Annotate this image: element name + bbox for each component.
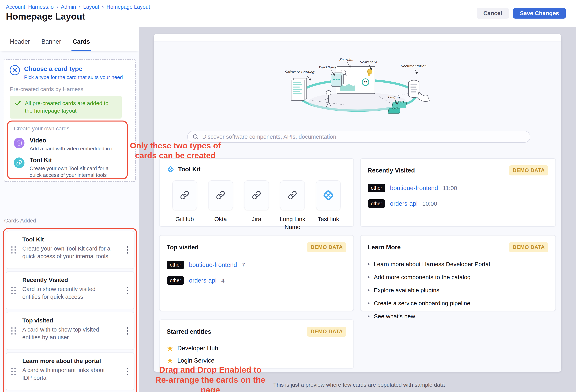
- bullet-icon: [368, 263, 370, 265]
- added-card-recently-visited[interactable]: Recently Visited Card to show recently v…: [6, 271, 135, 309]
- link-icon: [252, 191, 261, 200]
- entity-row: other boutique-frontend 11:00: [368, 184, 548, 192]
- toolkit-link-label: Long Link Name: [275, 215, 310, 231]
- kebab-menu-icon[interactable]: [125, 245, 130, 255]
- svg-text:Search..: Search..: [339, 58, 353, 62]
- toolkit-link-test-link[interactable]: Test link: [310, 181, 346, 231]
- added-card-toolkit[interactable]: Tool Kit Create your own Tool Kit card f…: [6, 231, 135, 269]
- card-title: Starred entities: [167, 328, 211, 335]
- demo-data-badge: DEMO DATA: [307, 242, 346, 252]
- bullet-icon: [368, 289, 370, 291]
- learn-more-text: Learn more about Harness Developer Porta…: [374, 260, 490, 268]
- learn-more-text: See what's new: [374, 312, 415, 320]
- entity-kind-badge: other: [167, 261, 184, 269]
- entity-count: 7: [242, 262, 245, 268]
- success-message-box: All pre-created cards are added to the h…: [10, 96, 122, 119]
- create-own-cards-annotation-box: Create your own cards Video Add a card w…: [7, 121, 128, 180]
- close-icon[interactable]: [9, 65, 20, 75]
- entity-time: 11:00: [443, 185, 457, 191]
- tab-cards[interactable]: Cards: [73, 38, 90, 51]
- card-title: Top visited: [167, 244, 199, 251]
- added-card-learn-more[interactable]: Learn more about the portal A card with …: [6, 353, 135, 391]
- entity-link[interactable]: orders-api: [189, 277, 217, 284]
- drag-handle-icon[interactable]: [11, 327, 16, 335]
- toolkit-link-label: Okta: [214, 215, 227, 223]
- learn-more-item[interactable]: Create a service onboarding pipeline: [368, 299, 548, 307]
- breadcrumb: Account: Harness.io Admin Layout Homepag…: [6, 4, 150, 10]
- preview-footer-note: This is just a preview where few cards a…: [273, 382, 445, 388]
- breadcrumb-account-link[interactable]: Account: Harness.io: [6, 4, 54, 10]
- toolkit-link-label: GitHub: [175, 215, 194, 223]
- preview-topbar: [154, 34, 561, 41]
- entity-link[interactable]: boutique-frontend: [390, 184, 438, 192]
- toolkit-link-jira[interactable]: Jira: [238, 181, 274, 231]
- learn-more-item[interactable]: See what's new: [368, 312, 548, 320]
- toolkit-link-label: Jira: [252, 215, 261, 223]
- entity-link[interactable]: boutique-frontend: [189, 261, 237, 269]
- preview-card-top-visited: Top visited DEMO DATA other boutique-fro…: [159, 235, 354, 311]
- learn-more-item[interactable]: Learn more about Harness Developer Porta…: [368, 260, 548, 268]
- learn-more-item[interactable]: Add more components to the catalog: [368, 273, 548, 281]
- added-card-top-visited[interactable]: Top visited A card with to show top visi…: [6, 312, 135, 350]
- entity-kind-badge: other: [368, 199, 385, 208]
- chooser-subtitle: Pick a type for the card that suits your…: [24, 74, 123, 80]
- learn-more-text: Explore available plugins: [374, 286, 439, 294]
- create-own-cards-label: Create your own cards: [14, 125, 69, 132]
- tabs-row: Header Banner Cards: [0, 27, 139, 51]
- preview-search-bar: [187, 131, 530, 143]
- tab-banner[interactable]: Banner: [41, 38, 61, 51]
- toolkit-link-okta[interactable]: Okta: [202, 181, 238, 231]
- toolkit-link-github[interactable]: GitHub: [167, 181, 202, 231]
- tab-header[interactable]: Header: [10, 38, 30, 51]
- drag-handle-icon[interactable]: [11, 246, 16, 254]
- entity-kind-badge: other: [368, 184, 385, 192]
- save-changes-button[interactable]: Save Changes: [513, 8, 566, 19]
- search-input[interactable]: [202, 134, 525, 140]
- option-desc: Add a card with video embedded in it: [30, 145, 114, 152]
- chevron-right-icon: [57, 4, 58, 10]
- card-title: Tool Kit: [178, 166, 201, 173]
- card-type-chooser-panel: Choose a card type Pick a type for the c…: [4, 59, 136, 182]
- header-actions: Cancel Save Changes: [477, 8, 566, 19]
- cancel-button[interactable]: Cancel: [477, 8, 509, 19]
- option-desc: Create your own Tool Kit card for a quic…: [30, 165, 118, 179]
- drag-handle-icon[interactable]: [11, 287, 16, 294]
- starred-entity-row[interactable]: ★Login Service: [167, 357, 346, 364]
- kebab-menu-icon[interactable]: [125, 366, 130, 377]
- harness-diamond-icon: [167, 165, 174, 173]
- drag-handle-icon[interactable]: [11, 368, 16, 375]
- added-card-title: Recently Visited: [22, 277, 68, 283]
- cards-added-label: Cards Added: [4, 217, 36, 224]
- card-type-option-video[interactable]: Video Add a card with video embedded in …: [14, 137, 114, 152]
- added-card-desc: A card with important links about IDP po…: [22, 366, 115, 382]
- developer-portal-illustration: 75 Software Catalog Wo: [281, 52, 435, 117]
- demo-data-badge: DEMO DATA: [307, 327, 346, 337]
- kebab-menu-icon[interactable]: [125, 326, 130, 336]
- link-icon: [180, 191, 189, 200]
- toolkit-link-long-link-name[interactable]: Long Link Name: [274, 181, 310, 231]
- check-icon: [14, 100, 21, 107]
- card-type-option-toolkit[interactable]: Tool Kit Create your own Tool Kit card f…: [14, 157, 118, 179]
- bullet-icon: [368, 316, 370, 317]
- added-card-title: Learn more about the portal: [22, 358, 101, 364]
- added-card-desc: A card with to show top visited entities…: [22, 326, 115, 341]
- sidebar: Header Banner Cards Choose a card type P…: [0, 27, 139, 392]
- demo-data-badge: DEMO DATA: [509, 242, 548, 252]
- search-icon: [192, 134, 199, 140]
- learn-more-item[interactable]: Explore available plugins: [368, 286, 548, 294]
- breadcrumb-admin-link[interactable]: Admin: [61, 4, 76, 10]
- chooser-title: Choose a card type: [24, 65, 82, 72]
- toolkit-links-row: GitHub Okta Jira Long Link Name Test lin…: [167, 181, 346, 231]
- preview-card-recently-visited: Recently Visited DEMO DATA other boutiqu…: [360, 158, 556, 227]
- kebab-menu-icon[interactable]: [125, 285, 130, 296]
- entity-link[interactable]: orders-api: [390, 200, 418, 207]
- success-message: All pre-created cards are added to the h…: [25, 100, 117, 115]
- entity-count: 4: [221, 277, 225, 284]
- added-card-desc: Card to show recently visited entities f…: [22, 285, 115, 301]
- breadcrumb-homepage-layout-link[interactable]: Homepage Layout: [106, 4, 150, 10]
- starred-entity-row[interactable]: ★Developer Hub: [167, 345, 346, 352]
- option-title: Tool Kit: [30, 157, 118, 164]
- svg-text:Documentation: Documentation: [400, 64, 426, 68]
- entity-row: other boutique-frontend 7: [167, 261, 346, 269]
- breadcrumb-layout-link[interactable]: Layout: [83, 4, 99, 10]
